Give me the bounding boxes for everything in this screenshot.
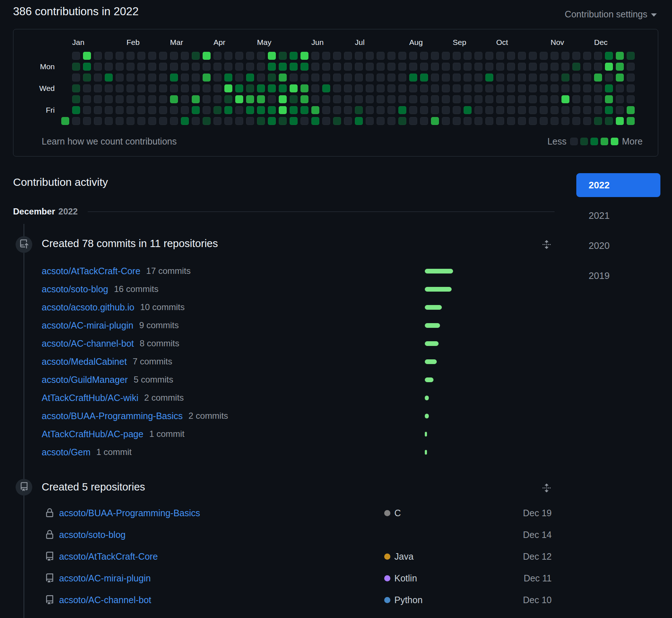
contribution-cell[interactable] <box>213 95 221 103</box>
contribution-cell[interactable] <box>540 84 548 92</box>
contribution-cell[interactable] <box>377 106 385 114</box>
contribution-cell[interactable] <box>387 95 395 103</box>
contribution-cell[interactable] <box>344 95 352 103</box>
contribution-cell[interactable] <box>126 52 134 60</box>
contribution-cell[interactable] <box>561 63 569 71</box>
contribution-cell[interactable] <box>551 95 559 103</box>
contribution-cell[interactable] <box>529 63 537 71</box>
contribution-cell[interactable] <box>83 84 91 92</box>
contribution-cell[interactable] <box>507 52 515 60</box>
contribution-cell[interactable] <box>366 84 374 92</box>
contribution-cell[interactable] <box>529 52 537 60</box>
contribution-cell[interactable] <box>116 52 124 60</box>
contribution-cell[interactable] <box>257 106 265 114</box>
contribution-cell[interactable] <box>474 106 482 114</box>
contribution-cell[interactable] <box>453 52 461 60</box>
contribution-cell[interactable] <box>464 52 472 60</box>
repo-link[interactable]: acsoto/soto-blog <box>42 284 108 295</box>
contribution-cell[interactable] <box>572 63 580 71</box>
contribution-cell[interactable] <box>235 117 243 125</box>
contribution-cell[interactable] <box>72 95 80 103</box>
contribution-cell[interactable] <box>561 52 569 60</box>
contribution-cell[interactable] <box>290 52 298 60</box>
contribution-cell[interactable] <box>594 95 602 103</box>
contribution-cell[interactable] <box>518 52 526 60</box>
contribution-cell[interactable] <box>290 106 298 114</box>
contribution-cell[interactable] <box>442 106 450 114</box>
contribution-cell[interactable] <box>137 52 145 60</box>
contribution-cell[interactable] <box>257 52 265 60</box>
contribution-cell[interactable] <box>377 74 385 82</box>
contribution-cell[interactable] <box>83 63 91 71</box>
contribution-cell[interactable] <box>344 84 352 92</box>
contribution-cell[interactable] <box>464 63 472 71</box>
contribution-cell[interactable] <box>94 84 102 92</box>
contribution-cell[interactable] <box>170 52 178 60</box>
contribution-cell[interactable] <box>181 84 189 92</box>
contribution-cell[interactable] <box>105 84 113 92</box>
contribution-cell[interactable] <box>224 63 232 71</box>
contribution-cell[interactable] <box>420 74 428 82</box>
contribution-cell[interactable] <box>170 95 178 103</box>
contribution-cell[interactable] <box>322 63 330 71</box>
contribution-cell[interactable] <box>453 74 461 82</box>
contribution-cell[interactable] <box>583 95 591 103</box>
contribution-cell[interactable] <box>453 63 461 71</box>
contribution-cell[interactable] <box>333 84 341 92</box>
contribution-cell[interactable] <box>72 106 80 114</box>
contribution-cell[interactable] <box>616 52 624 60</box>
contribution-cell[interactable] <box>268 74 276 82</box>
contribution-cell[interactable] <box>148 95 156 103</box>
contribution-cell[interactable] <box>279 74 287 82</box>
contribution-cell[interactable] <box>594 117 602 125</box>
contribution-cell[interactable] <box>561 106 569 114</box>
contribution-cell[interactable] <box>605 95 613 103</box>
contribution-cell[interactable] <box>333 106 341 114</box>
contribution-cell[interactable] <box>594 74 602 82</box>
contribution-cell[interactable] <box>431 95 439 103</box>
contribution-cell[interactable] <box>551 84 559 92</box>
contribution-settings-button[interactable]: Contribution settings <box>563 9 659 20</box>
contribution-cell[interactable] <box>105 52 113 60</box>
contribution-cell[interactable] <box>529 117 537 125</box>
contribution-cell[interactable] <box>572 52 580 60</box>
contribution-cell[interactable] <box>126 95 134 103</box>
contribution-cell[interactable] <box>290 84 298 92</box>
repo-link[interactable]: acsoto/AC-mirai-plugin <box>42 320 133 331</box>
year-tab-2020[interactable]: 2020 <box>576 238 660 253</box>
contribution-cell[interactable] <box>181 106 189 114</box>
contribution-cell[interactable] <box>572 95 580 103</box>
contribution-cell[interactable] <box>583 84 591 92</box>
contribution-cell[interactable] <box>507 106 515 114</box>
contribution-cell[interactable] <box>366 117 374 125</box>
contribution-cell[interactable] <box>126 117 134 125</box>
contribution-cell[interactable] <box>94 106 102 114</box>
contribution-cell[interactable] <box>235 95 243 103</box>
contribution-cell[interactable] <box>257 74 265 82</box>
contribution-cell[interactable] <box>279 117 287 125</box>
contribution-cell[interactable] <box>605 74 613 82</box>
contribution-cell[interactable] <box>496 117 504 125</box>
contribution-cell[interactable] <box>551 74 559 82</box>
contribution-cell[interactable] <box>605 106 613 114</box>
contribution-cell[interactable] <box>148 106 156 114</box>
contribution-cell[interactable] <box>290 95 298 103</box>
contribution-cell[interactable] <box>616 63 624 71</box>
contribution-cell[interactable] <box>268 84 276 92</box>
contribution-cell[interactable] <box>518 106 526 114</box>
repo-link[interactable]: acsoto/AtTackCraft-Core <box>59 551 158 562</box>
contribution-cell[interactable] <box>464 117 472 125</box>
contribution-cell[interactable] <box>420 52 428 60</box>
contribution-cell[interactable] <box>561 84 569 92</box>
contribution-cell[interactable] <box>431 63 439 71</box>
contribution-cell[interactable] <box>311 52 319 60</box>
contribution-cell[interactable] <box>474 74 482 82</box>
contribution-cell[interactable] <box>551 117 559 125</box>
contribution-cell[interactable] <box>355 52 363 60</box>
contribution-cell[interactable] <box>409 74 417 82</box>
repo-link[interactable]: acsoto/AC-channel-bot <box>59 595 151 605</box>
contribution-cell[interactable] <box>627 95 635 103</box>
contribution-cell[interactable] <box>605 63 613 71</box>
contribution-cell[interactable] <box>116 63 124 71</box>
contribution-cell[interactable] <box>105 106 113 114</box>
